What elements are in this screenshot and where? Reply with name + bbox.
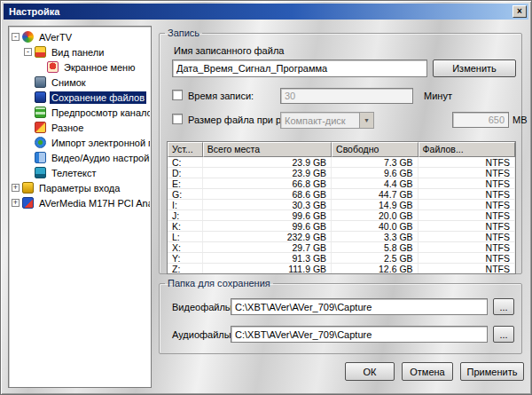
osd-menu-icon: [47, 61, 59, 73]
device-icon: [22, 197, 34, 209]
drive-table-column-header[interactable]: Уст...: [168, 142, 203, 157]
tree-indent-spacer: [36, 63, 44, 71]
change-button[interactable]: Изменить: [433, 59, 516, 77]
settings-tree[interactable]: -AVerTV-Вид панелиЭкранное менюСнимокСох…: [8, 26, 152, 388]
avertv-logo-icon: [22, 31, 34, 43]
drive-table-cell: NTFS: [419, 178, 515, 189]
tree-item-label[interactable]: Импорт электронной прог: [50, 137, 150, 149]
video-path-input[interactable]: [231, 298, 488, 315]
drive-table-row[interactable]: J:99.6 GB20.0 GBNTFS: [168, 210, 515, 221]
close-button[interactable]: ×: [512, 5, 527, 18]
audio-path-input[interactable]: [231, 326, 488, 343]
misc-icon: [35, 122, 46, 133]
drive-table-column-header[interactable]: Файлов...: [419, 142, 515, 157]
record-group: Запись Имя записанного файла Изменить Вр…: [159, 28, 522, 274]
collapse-icon[interactable]: -: [24, 48, 32, 56]
drive-table-cell: 29.7 GB: [203, 242, 332, 253]
av-settings-icon: [35, 152, 46, 163]
drive-table-row[interactable]: C:23.9 GB7.3 GBNTFS: [168, 157, 515, 168]
tree-item-label[interactable]: AVerMedia M17H PCI Analo: [37, 197, 150, 209]
filename-input[interactable]: [172, 59, 427, 77]
drive-table-cell: NTFS: [419, 221, 515, 232]
drive-table-cell: 68.6 GB: [203, 189, 332, 200]
drive-table-row[interactable]: L:232.9 GB3.3 GBNTFS: [168, 232, 515, 242]
record-time-input[interactable]: [280, 88, 413, 104]
drive-table-cell: NTFS: [419, 232, 515, 242]
tree-item-label[interactable]: Видео/Аудио настройки: [50, 152, 150, 164]
drive-table-cell: K:: [168, 221, 203, 232]
tree-item-label[interactable]: Снимок: [50, 76, 88, 89]
drive-table-column-header[interactable]: Всего места: [203, 142, 332, 157]
record-time-label: Время записи:: [188, 91, 254, 101]
tree-item-2[interactable]: Экранное меню: [10, 59, 150, 75]
tree-indent-spacer: [24, 108, 32, 116]
record-time-checkbox[interactable]: [172, 90, 183, 100]
ok-button[interactable]: ОК: [345, 362, 395, 381]
drive-table-cell: X:: [168, 242, 203, 253]
tree-item-label[interactable]: Разное: [50, 122, 85, 134]
split-type-select[interactable]: Компакт-диск ▼: [280, 112, 374, 129]
drive-table-cell: NTFS: [419, 264, 515, 274]
split-size-checkbox[interactable]: [172, 114, 183, 124]
tree-item-10[interactable]: +Параметры входа: [10, 180, 150, 195]
drive-table-row[interactable]: G:68.6 GB44.7 GBNTFS: [168, 189, 515, 200]
tree-indent-spacer: [24, 78, 32, 86]
apply-button[interactable]: Применить: [460, 362, 524, 381]
drive-table[interactable]: Уст...Всего местаСвободноФайлов... C:23.…: [167, 141, 516, 274]
tree-item-label[interactable]: Параметры входа: [37, 182, 121, 194]
drive-table-cell: 12.6 GB: [332, 264, 419, 274]
drive-table-row[interactable]: K:99.6 GB40.0 GBNTFS: [168, 221, 515, 232]
tree-item-6[interactable]: Разное: [10, 120, 150, 135]
split-type-value: Компакт-диск: [285, 115, 346, 126]
tree-item-3[interactable]: Снимок: [10, 75, 150, 90]
settings-dialog: Настройка × -AVerTV-Вид панелиЭкранное м…: [0, 0, 532, 395]
expand-icon[interactable]: +: [12, 199, 20, 207]
expand-icon[interactable]: +: [12, 184, 20, 192]
drive-table-row[interactable]: Z:111.9 GB12.6 GBNTFS: [168, 264, 515, 274]
drive-table-cell: L:: [168, 232, 203, 242]
window-title: Настройка: [9, 6, 59, 17]
drive-table-cell: 111.9 GB: [203, 264, 332, 274]
drive-table-row[interactable]: I:30.3 GB14.9 GBNTFS: [168, 200, 515, 210]
tree-item-label[interactable]: Телетекст: [50, 167, 98, 179]
drive-table-row[interactable]: D:23.9 GB9.6 GBNTFS: [168, 168, 515, 178]
drive-table-row[interactable]: Y:91.3 GB2.5 GBNTFS: [168, 253, 515, 264]
tree-indent-spacer: [24, 93, 32, 101]
tree-item-8[interactable]: Видео/Аудио настройки: [10, 150, 150, 165]
cancel-button[interactable]: Отмена: [402, 362, 453, 381]
tree-item-label[interactable]: AVerTV: [37, 31, 74, 43]
tree-item-label[interactable]: Экранное меню: [62, 61, 137, 74]
titlebar[interactable]: Настройка ×: [4, 4, 528, 20]
drive-table-row[interactable]: X:29.7 GB5.8 GBNTFS: [168, 242, 515, 253]
drive-table-cell: D:: [168, 168, 203, 178]
audio-browse-button[interactable]: ...: [493, 326, 514, 343]
tree-item-label[interactable]: Вид панели: [50, 46, 106, 59]
chevron-down-icon[interactable]: ▼: [359, 113, 373, 128]
tree-item-11[interactable]: +AVerMedia M17H PCI Analo: [10, 195, 150, 210]
tree-item-5[interactable]: Предпросмотр каналов: [10, 105, 150, 120]
tree-item-label[interactable]: Предпросмотр каналов: [50, 107, 150, 119]
drive-table-cell: 3.3 GB: [332, 232, 419, 242]
drive-table-cell: 5.8 GB: [332, 242, 419, 253]
drive-table-cell: 91.3 GB: [203, 253, 332, 264]
tree-indent-spacer: [24, 169, 32, 177]
drive-table-column-header[interactable]: Свободно: [332, 142, 419, 157]
drive-table-body: C:23.9 GB7.3 GBNTFSD:23.9 GB9.6 GBNTFSE:…: [168, 157, 515, 274]
drive-table-cell: NTFS: [419, 168, 515, 178]
channel-preview-icon: [35, 107, 46, 118]
tree-item-9[interactable]: Телетекст: [10, 165, 150, 180]
drive-table-cell: 2.5 GB: [332, 253, 419, 264]
split-size-input[interactable]: [452, 112, 509, 128]
collapse-icon[interactable]: -: [12, 33, 20, 41]
drive-table-cell: G:: [168, 189, 203, 200]
drive-table-cell: NTFS: [419, 200, 515, 210]
video-browse-button[interactable]: ...: [493, 298, 514, 315]
tree-item-7[interactable]: Импорт электронной прог: [10, 135, 150, 150]
drive-table-row[interactable]: E:66.8 GB4.4 GBNTFS: [168, 178, 515, 189]
tree-item-1[interactable]: -Вид панели: [10, 44, 150, 59]
tree-item-4[interactable]: Сохранение файлов: [10, 90, 150, 105]
tree-item-label[interactable]: Сохранение файлов: [50, 91, 146, 104]
drive-table-cell: 66.8 GB: [203, 178, 332, 189]
tree-item-0[interactable]: -AVerTV: [10, 29, 150, 44]
drive-table-cell: NTFS: [419, 242, 515, 253]
